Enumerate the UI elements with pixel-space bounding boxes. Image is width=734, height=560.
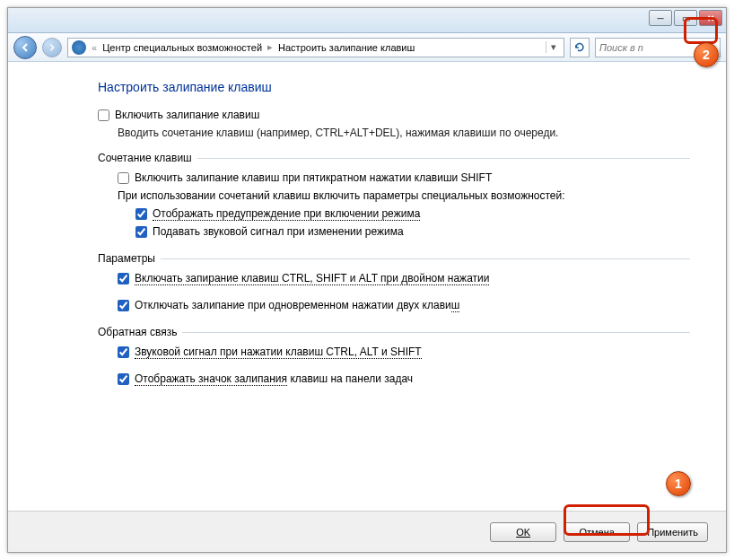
- breadcrumb-item-1[interactable]: Центр специальных возможностей: [102, 42, 262, 53]
- turn-off-two-keys-checkbox[interactable]: [118, 300, 129, 311]
- ok-button[interactable]: OK: [490, 522, 556, 542]
- divider: [161, 258, 690, 259]
- breadcrumb-item-2[interactable]: Настроить залипание клавиш: [278, 42, 415, 53]
- group1-desc: При использовании сочетаний клавиш включ…: [118, 189, 690, 202]
- page-title: Настроить залипание клавиш: [98, 80, 690, 94]
- address-dropdown-icon[interactable]: ▾: [546, 41, 560, 53]
- dialog-footer: OK Отмена Применить: [8, 511, 726, 552]
- breadcrumb-prev-sep: «: [92, 42, 97, 53]
- breadcrumb-separator: ▸: [267, 41, 273, 53]
- maximize-button[interactable]: ▭: [674, 10, 697, 26]
- minimize-button[interactable]: ─: [649, 10, 672, 26]
- divider: [182, 332, 690, 333]
- enable-sticky-keys-label: Включить залипание клавиш: [115, 109, 259, 121]
- close-button[interactable]: ✕: [699, 10, 722, 26]
- group-shortcut-label: Сочетание клавиш: [98, 152, 192, 164]
- refresh-button[interactable]: [570, 38, 590, 57]
- show-taskbar-icon-checkbox[interactable]: [118, 373, 129, 385]
- turn-off-two-keys-label: Отключать залипание при одновременном на…: [135, 299, 459, 311]
- window-frame: ─ ▭ ✕ « Центр специальных возможностей ▸…: [7, 7, 727, 553]
- content-area: Настроить залипание клавиш Включить зали…: [8, 62, 726, 509]
- arrow-left-icon: [20, 42, 31, 53]
- callout-1: 1: [666, 471, 691, 496]
- shift-5times-label: Включить залипание клавиш при пятикратно…: [135, 171, 492, 184]
- apply-button[interactable]: Применить: [637, 522, 708, 542]
- lock-modifier-checkbox[interactable]: [118, 273, 129, 284]
- refresh-icon: [573, 41, 586, 54]
- cancel-button[interactable]: Отмена: [564, 522, 630, 542]
- play-sound-label: Подавать звуковой сигнал при изменении р…: [153, 225, 404, 238]
- nav-forward-button[interactable]: [42, 38, 62, 57]
- shift-5times-checkbox[interactable]: [118, 172, 129, 184]
- ease-of-access-icon: [72, 40, 86, 55]
- sound-on-press-label: Звуковой сигнал при нажатии клавиш CTRL,…: [135, 346, 422, 358]
- divider: [197, 158, 690, 159]
- callout-2: 2: [694, 42, 719, 67]
- sound-on-press-checkbox[interactable]: [118, 346, 129, 358]
- navigation-bar: « Центр специальных возможностей ▸ Настр…: [8, 33, 726, 62]
- enable-sticky-keys-checkbox[interactable]: [98, 109, 109, 121]
- group-feedback-label: Обратная связь: [98, 326, 177, 338]
- nav-back-button[interactable]: [13, 36, 37, 59]
- group-params-label: Параметры: [98, 252, 155, 265]
- show-warning-checkbox[interactable]: [135, 208, 147, 220]
- show-taskbar-icon-label: Отображать значок залипания клавиш на па…: [135, 372, 413, 385]
- main-description: Вводить сочетание клавиш (например, CTRL…: [118, 127, 690, 139]
- lock-modifier-label: Включать запирание клавиш CTRL, SHIFT и …: [135, 272, 489, 284]
- arrow-right-icon: [48, 43, 57, 52]
- titlebar: ─ ▭ ✕: [8, 8, 726, 33]
- address-bar[interactable]: « Центр специальных возможностей ▸ Настр…: [67, 38, 564, 57]
- show-warning-label: Отображать предупреждение при включении …: [153, 207, 420, 220]
- play-sound-checkbox[interactable]: [135, 226, 147, 238]
